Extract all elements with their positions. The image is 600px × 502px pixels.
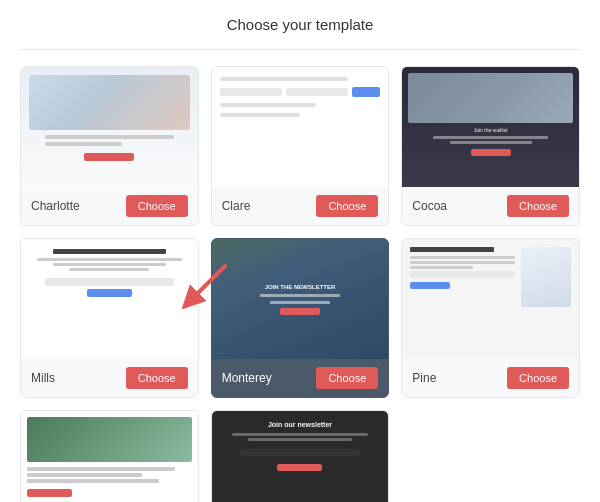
clare-line3: [220, 113, 300, 117]
pine-title: [410, 247, 494, 252]
mills-line2: [53, 263, 165, 266]
monterey-overlay: JOIN THE NEWSLETTER: [260, 284, 340, 315]
clare-field2: [286, 88, 348, 96]
rainier-title: Join our newsletter: [268, 421, 332, 428]
cocoa-preview: Join the waitlist: [402, 67, 579, 187]
clare-line1: [220, 77, 349, 81]
cocoa-title: Join the waitlist: [474, 127, 508, 133]
mills-line3: [69, 268, 149, 271]
monterey-line2: [270, 301, 330, 304]
mills-field: [45, 278, 174, 286]
pine-preview: [402, 239, 579, 359]
template-card-mills: Mills Choose: [20, 238, 199, 398]
cocoa-line1: [433, 136, 548, 139]
charlotte-choose-button[interactable]: Choose: [126, 195, 188, 217]
pine-image: [521, 247, 571, 307]
cocoa-footer: Cocoa Choose: [402, 187, 579, 225]
clare-name: Clare: [222, 199, 251, 213]
clare-choose-button[interactable]: Choose: [316, 195, 378, 217]
template-card-clare: Clare Choose: [211, 66, 390, 226]
mills-title: [53, 249, 165, 254]
clare-row1: [220, 87, 381, 97]
rainier-line1: [232, 433, 369, 436]
monterey-footer: Monterey Choose: [212, 359, 389, 397]
mills-choose-button[interactable]: Choose: [126, 367, 188, 389]
template-card-powell: Powell Choose: [20, 410, 199, 502]
pine-line1: [410, 256, 515, 259]
mills-line1: [37, 258, 182, 261]
clare-cta: [352, 87, 380, 97]
pine-header: [410, 247, 571, 307]
monterey-line1: [260, 294, 340, 297]
charlotte-name: Charlotte: [31, 199, 80, 213]
template-card-cocoa: Join the waitlist Cocoa Choose: [401, 66, 580, 226]
pine-line3: [410, 266, 473, 269]
charlotte-preview: [21, 67, 198, 187]
clare-footer: Clare Choose: [212, 187, 389, 225]
template-card-charlotte: Charlotte Choose: [20, 66, 199, 226]
powell-preview: [21, 411, 198, 502]
monterey-title: JOIN THE NEWSLETTER: [260, 284, 340, 290]
cocoa-choose-button[interactable]: Choose: [507, 195, 569, 217]
rainier-line3: [240, 449, 361, 456]
powell-line1: [27, 467, 175, 471]
page-title: Choose your template: [20, 16, 580, 33]
template-grid: Charlotte Choose Clare Choose: [20, 66, 580, 502]
pine-choose-button[interactable]: Choose: [507, 367, 569, 389]
rainier-line2: [248, 438, 352, 441]
cocoa-name: Cocoa: [412, 199, 447, 213]
pine-cta: [410, 282, 450, 289]
powell-line2: [27, 473, 142, 477]
powell-image: [27, 417, 192, 462]
charlotte-footer: Charlotte Choose: [21, 187, 198, 225]
monterey-cta: [280, 308, 320, 315]
mills-footer: Mills Choose: [21, 359, 198, 397]
pine-footer: Pine Choose: [402, 359, 579, 397]
template-card-monterey: JOIN THE NEWSLETTER Monterey Choose: [211, 238, 390, 398]
mills-preview: [21, 239, 198, 359]
powell-line3: [27, 479, 159, 483]
powell-cta: [27, 489, 72, 497]
monterey-choose-button[interactable]: Choose: [316, 367, 378, 389]
charlotte-image: [29, 75, 190, 130]
cocoa-line2: [450, 141, 532, 144]
mills-name: Mills: [31, 371, 55, 385]
clare-preview: [212, 67, 389, 187]
clare-line2: [220, 103, 316, 107]
pine-field: [410, 271, 515, 278]
pine-left: [410, 247, 515, 307]
pine-right: [521, 247, 571, 307]
rainier-cta: [277, 464, 322, 471]
charlotte-cta: [84, 153, 134, 161]
rainier-preview: Join our newsletter: [212, 411, 389, 502]
cocoa-image: [408, 73, 573, 123]
clare-field1: [220, 88, 282, 96]
divider: [20, 49, 580, 50]
template-card-pine: Pine Choose: [401, 238, 580, 398]
pine-name: Pine: [412, 371, 436, 385]
charlotte-line1: [45, 135, 174, 139]
charlotte-line2: [45, 142, 122, 146]
monterey-preview: JOIN THE NEWSLETTER: [212, 239, 389, 359]
template-card-rainier: Join our newsletter Rainier Choose: [211, 410, 390, 502]
pine-line2: [410, 261, 515, 264]
monterey-name: Monterey: [222, 371, 272, 385]
cocoa-cta: [471, 149, 511, 156]
mills-cta: [87, 289, 132, 297]
charlotte-text: [45, 135, 174, 149]
